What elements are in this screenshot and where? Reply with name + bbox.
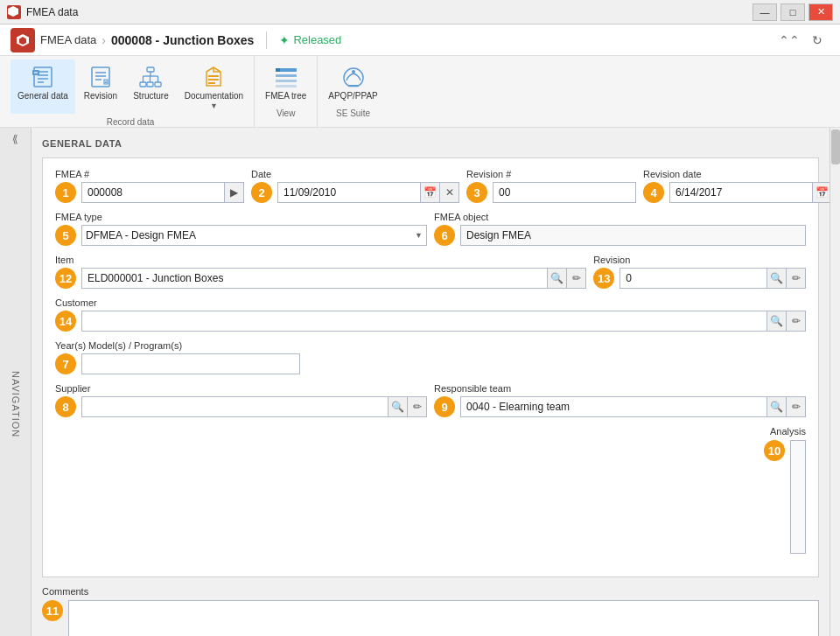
supplier-input[interactable] xyxy=(81,396,388,417)
badge-14: 14 xyxy=(55,311,76,332)
fmea-type-group: FMEA type 5 DFMEA - Design FMEA xyxy=(55,212,427,246)
years-models-label: Year(s) Model(s) / Program(s) xyxy=(55,340,300,351)
date-input[interactable] xyxy=(277,182,421,203)
toolbar-group-se-suite-items: APQP/PPAP xyxy=(318,56,388,107)
window-controls: — □ ✕ xyxy=(752,3,833,21)
years-models-input[interactable] xyxy=(81,353,300,374)
badge-4: 4 xyxy=(643,182,664,203)
svg-rect-25 xyxy=(208,82,215,84)
analysis-label: Analysis xyxy=(770,426,806,437)
item-search[interactable]: 🔍 xyxy=(548,268,567,289)
toolbar-item-documentation[interactable]: Documentation ▼ xyxy=(178,59,250,114)
nav-collapse-button[interactable]: ⟪ xyxy=(9,128,22,150)
apqp-ppap-label: APQP/PPAP xyxy=(328,91,378,101)
customer-edit[interactable]: ✏ xyxy=(787,311,806,332)
responsible-team-input[interactable] xyxy=(460,396,767,417)
revision-date-input[interactable] xyxy=(669,182,813,203)
date-clear[interactable]: ✕ xyxy=(440,182,459,203)
app-logo xyxy=(10,28,35,52)
fmea-number-input[interactable] xyxy=(81,182,225,203)
badge-3: 3 xyxy=(466,182,487,203)
fmea-object-input[interactable] xyxy=(460,225,806,246)
documentation-label: Documentation xyxy=(185,91,243,101)
breadcrumb-separator: › xyxy=(102,33,106,47)
general-data-icon xyxy=(29,63,57,91)
fmea-object-label: FMEA object xyxy=(434,212,806,222)
toolbar-group-view-items: FMEA tree xyxy=(255,56,317,107)
customer-input[interactable] xyxy=(81,311,767,332)
header-actions: ⌃⌃ ↻ xyxy=(777,28,830,52)
fmea-type-label: FMEA type xyxy=(55,212,427,222)
fmea-number-arrow[interactable]: ▶ xyxy=(225,182,244,203)
years-models-group: Year(s) Model(s) / Program(s) 7 xyxy=(55,340,300,374)
responsible-team-group: Responsible team 9 🔍 ✏ xyxy=(434,383,806,417)
revision-date-group: Revision date 4 📅 ✕ xyxy=(643,169,830,203)
svg-rect-28 xyxy=(276,74,297,77)
badge-6: 6 xyxy=(434,225,455,246)
supplier-edit[interactable]: ✏ xyxy=(408,396,427,417)
minimize-button[interactable]: — xyxy=(752,3,777,21)
badge-11: 11 xyxy=(42,600,63,621)
structure-label: Structure xyxy=(133,91,169,101)
svg-marker-0 xyxy=(8,6,18,17)
breadcrumb-app[interactable]: FMEA data xyxy=(40,33,96,46)
svg-rect-17 xyxy=(155,82,161,87)
svg-rect-14 xyxy=(147,67,154,72)
badge-9: 9 xyxy=(434,396,455,417)
item-input[interactable] xyxy=(81,268,548,289)
item-edit[interactable]: ✏ xyxy=(567,268,586,289)
toolbar-item-general-data[interactable]: General data xyxy=(10,59,75,114)
revision-input[interactable] xyxy=(620,268,767,289)
analysis-input[interactable] xyxy=(790,440,806,554)
revision-number-label: Revision # xyxy=(466,169,636,179)
fmea-type-select[interactable]: DFMEA - Design FMEA xyxy=(81,225,427,246)
maximize-button[interactable]: □ xyxy=(780,3,805,21)
header-divider xyxy=(266,31,267,49)
form-row-5: Year(s) Model(s) / Program(s) 7 xyxy=(55,340,806,374)
section-header: GENERAL DATA xyxy=(42,138,819,149)
responsible-team-edit[interactable]: ✏ xyxy=(787,396,806,417)
form-panel: FMEA # 1 ▶ Date 2 xyxy=(42,157,819,577)
fmea-tree-label: FMEA tree xyxy=(265,91,306,101)
revision-number-group: Revision # 3 xyxy=(466,169,636,203)
customer-search[interactable]: 🔍 xyxy=(767,311,787,332)
toolbar-item-structure[interactable]: Structure xyxy=(126,59,176,114)
revision-edit[interactable]: ✏ xyxy=(787,268,806,289)
form-row-analysis: Analysis 10 xyxy=(55,426,806,554)
badge-1: 1 xyxy=(55,182,76,203)
svg-rect-24 xyxy=(208,79,219,80)
item-label: Item xyxy=(55,255,586,265)
responsible-team-label: Responsible team xyxy=(434,383,806,394)
comments-input[interactable] xyxy=(68,600,819,636)
toolbar-group-record-data: General data Revision xyxy=(7,56,255,127)
toolbar-group-record-label: Record data xyxy=(7,115,254,127)
structure-icon xyxy=(136,63,164,91)
date-calendar[interactable]: 📅 xyxy=(421,182,440,203)
toolbar: General data Revision xyxy=(0,56,840,128)
breadcrumb: FMEA data › 000008 - Junction Boxes xyxy=(40,33,254,47)
fmea-number-group: FMEA # 1 ▶ xyxy=(55,169,244,203)
close-button[interactable]: ✕ xyxy=(808,3,833,21)
customer-label: Customer xyxy=(55,297,806,308)
form-row-1: FMEA # 1 ▶ Date 2 xyxy=(55,169,806,203)
responsible-team-search[interactable]: 🔍 xyxy=(767,396,787,417)
toolbar-item-revision[interactable]: Revision xyxy=(77,59,124,114)
refresh-button[interactable]: ↻ xyxy=(805,28,830,52)
form-row-4: Customer 14 🔍 ✏ xyxy=(55,297,806,332)
date-group: Date 2 📅 ✕ xyxy=(251,169,459,203)
revision-group: Revision 13 🔍 ✏ xyxy=(593,255,806,289)
scrollbar-thumb[interactable] xyxy=(831,129,840,164)
toolbar-group-se-suite: APQP/PPAP SE Suite xyxy=(318,56,388,127)
toolbar-item-fmea-tree[interactable]: FMEA tree xyxy=(258,59,313,105)
toolbar-item-apqp-ppap[interactable]: APQP/PPAP xyxy=(321,59,385,105)
window-title: FMEA data xyxy=(26,6,752,18)
content-area: GENERAL DATA FMEA # 1 ▶ D xyxy=(32,128,830,636)
scrollbar[interactable] xyxy=(830,128,840,636)
svg-rect-15 xyxy=(140,82,146,87)
revision-date-calendar[interactable]: 📅 xyxy=(813,182,830,203)
revision-search[interactable]: 🔍 xyxy=(767,268,787,289)
supplier-search[interactable]: 🔍 xyxy=(388,396,408,417)
svg-rect-27 xyxy=(276,68,280,72)
collapse-all-button[interactable]: ⌃⌃ xyxy=(777,28,802,52)
revision-number-input[interactable] xyxy=(493,182,636,203)
